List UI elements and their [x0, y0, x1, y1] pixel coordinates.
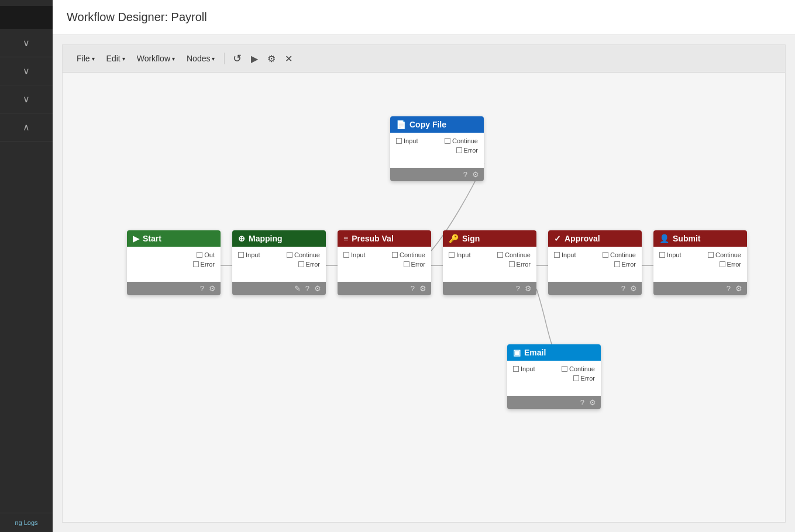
- mapping-gear-icon[interactable]: ⚙: [314, 284, 321, 293]
- main-content: Workflow Designer: Payroll File ▾ Edit ▾…: [53, 0, 795, 532]
- node-submit-body: Input Continue Error: [653, 247, 747, 282]
- page-header: Workflow Designer: Payroll: [53, 0, 795, 35]
- node-mapping-header: ⊕ Mapping: [232, 230, 326, 247]
- node-mapping[interactable]: ⊕ Mapping Input Continue: [232, 230, 326, 295]
- workflow-canvas[interactable]: ▶ Start Out Error: [63, 72, 785, 522]
- presub-list-icon: ≡: [343, 234, 348, 243]
- node-sign-header: 🔑 Sign: [443, 230, 536, 247]
- email-gear-icon[interactable]: ⚙: [589, 398, 596, 407]
- copyfile-help-icon[interactable]: ?: [463, 170, 467, 179]
- edit-chevron-icon: ▾: [122, 56, 125, 62]
- workflow-chevron-icon: ▾: [172, 56, 175, 62]
- email-help-icon[interactable]: ?: [580, 398, 584, 407]
- edit-menu-button[interactable]: Edit ▾: [102, 51, 130, 65]
- submit-input-port[interactable]: Input: [659, 251, 681, 258]
- sign-input-port[interactable]: Input: [449, 251, 470, 258]
- approval-error-port[interactable]: Error: [614, 261, 636, 268]
- file-menu-button[interactable]: File ▾: [72, 51, 99, 65]
- node-email-body: Input Continue Error: [507, 361, 601, 396]
- mapping-help-icon[interactable]: ?: [305, 284, 309, 293]
- start-out-port[interactable]: Out: [197, 251, 215, 258]
- sidebar-item-4[interactable]: ∧: [0, 113, 53, 141]
- copyfile-input-port[interactable]: Input: [396, 137, 418, 144]
- submit-error-port[interactable]: Error: [720, 261, 741, 268]
- mapping-continue-port[interactable]: Continue: [287, 251, 320, 258]
- node-mapping-footer: ✎ ? ⚙: [232, 282, 326, 295]
- node-sign-body: Input Continue Error: [443, 247, 536, 282]
- settings-button[interactable]: ⚙: [264, 51, 279, 67]
- node-copy-file-footer: ? ⚙: [390, 168, 484, 181]
- close-button[interactable]: ✕: [281, 51, 296, 67]
- submit-gear-icon[interactable]: ⚙: [735, 284, 742, 293]
- node-start-footer: ? ⚙: [127, 282, 221, 295]
- sign-error-port[interactable]: Error: [509, 261, 531, 268]
- sidebar-item-3[interactable]: ∨: [0, 85, 53, 113]
- node-copy-file-header: 📄 Copy File: [390, 116, 484, 133]
- undo-button[interactable]: ↺: [229, 50, 245, 67]
- designer-container: File ▾ Edit ▾ Workflow ▾ Nodes ▾ ↺ ▶: [62, 44, 786, 523]
- node-presub-header: ≡ Presub Val: [338, 230, 431, 247]
- node-submit[interactable]: 👤 Submit Input Continue: [653, 230, 747, 295]
- node-approval-body: Input Continue Error: [548, 247, 642, 282]
- approval-continue-port[interactable]: Continue: [603, 251, 636, 258]
- sign-error-row: Error: [449, 261, 531, 268]
- copyfile-error-port[interactable]: Error: [456, 147, 478, 154]
- presub-error-port[interactable]: Error: [404, 261, 425, 268]
- close-icon: ✕: [285, 54, 292, 64]
- sidebar-item-1[interactable]: ∨: [0, 29, 53, 57]
- submit-person-icon: 👤: [659, 234, 669, 243]
- start-help-icon[interactable]: ?: [200, 284, 204, 293]
- sign-help-icon[interactable]: ?: [516, 284, 520, 293]
- presub-gear-icon[interactable]: ⚙: [419, 284, 426, 293]
- presub-help-icon[interactable]: ?: [411, 284, 415, 293]
- sidebar-item-2[interactable]: ∨: [0, 57, 53, 85]
- email-icon: ▣: [513, 348, 521, 357]
- approval-input-port[interactable]: Input: [554, 251, 576, 258]
- run-button[interactable]: ▶: [247, 51, 261, 67]
- node-presub-val[interactable]: ≡ Presub Val Input Continue: [338, 230, 431, 295]
- sidebar-top: [0, 6, 53, 29]
- file-chevron-icon: ▾: [92, 56, 95, 62]
- mapping-edit-icon[interactable]: ✎: [294, 284, 301, 293]
- mapping-input-port[interactable]: Input: [238, 251, 260, 258]
- node-start-header: ▶ Start: [127, 230, 221, 247]
- submit-continue-port[interactable]: Continue: [708, 251, 741, 258]
- node-presub-footer: ? ⚙: [338, 282, 431, 295]
- start-play-icon: ▶: [133, 234, 139, 243]
- sign-continue-port[interactable]: Continue: [497, 251, 531, 258]
- sidebar: ∨ ∨ ∨ ∧ ng Logs: [0, 0, 53, 532]
- ng-logs-label[interactable]: ng Logs: [5, 519, 48, 526]
- page-title: Workflow Designer: Payroll: [67, 11, 207, 23]
- play-icon: ▶: [251, 54, 258, 64]
- mapping-error-row: Error: [238, 261, 320, 268]
- presub-continue-port[interactable]: Continue: [392, 251, 425, 258]
- presub-input-port[interactable]: Input: [343, 251, 365, 258]
- node-start[interactable]: ▶ Start Out Error: [127, 230, 221, 295]
- approval-gear-icon[interactable]: ⚙: [630, 284, 637, 293]
- node-copy-file[interactable]: 📄 Copy File Input Continue: [390, 116, 484, 181]
- mapping-input-continue-row: Input Continue: [238, 251, 320, 258]
- email-input-continue-row: Input Continue: [513, 365, 595, 372]
- copyfile-gear-icon[interactable]: ⚙: [472, 170, 479, 179]
- nodes-menu-button[interactable]: Nodes ▾: [182, 51, 219, 65]
- node-email[interactable]: ▣ Email Input Continue: [507, 344, 601, 409]
- start-gear-icon[interactable]: ⚙: [209, 284, 216, 293]
- workflow-menu-button[interactable]: Workflow ▾: [132, 51, 180, 65]
- email-input-port[interactable]: Input: [513, 365, 535, 372]
- email-error-port[interactable]: Error: [573, 375, 595, 382]
- email-continue-port[interactable]: Continue: [562, 365, 595, 372]
- submit-help-icon[interactable]: ?: [727, 284, 731, 293]
- node-approval[interactable]: ✓ Approval Input Continue: [548, 230, 642, 295]
- mapping-icon: ⊕: [238, 234, 245, 243]
- node-approval-header: ✓ Approval: [548, 230, 642, 247]
- sign-key-icon: 🔑: [449, 234, 459, 243]
- start-error-port[interactable]: Error: [193, 261, 215, 268]
- sign-gear-icon[interactable]: ⚙: [525, 284, 532, 293]
- node-sign[interactable]: 🔑 Sign Input Continue: [443, 230, 536, 295]
- approval-help-icon[interactable]: ?: [621, 284, 625, 293]
- mapping-error-port[interactable]: Error: [298, 261, 320, 268]
- node-email-header: ▣ Email: [507, 344, 601, 361]
- nodes-chevron-icon: ▾: [212, 56, 215, 62]
- submit-error-row: Error: [659, 261, 741, 268]
- copyfile-continue-port[interactable]: Continue: [445, 137, 478, 144]
